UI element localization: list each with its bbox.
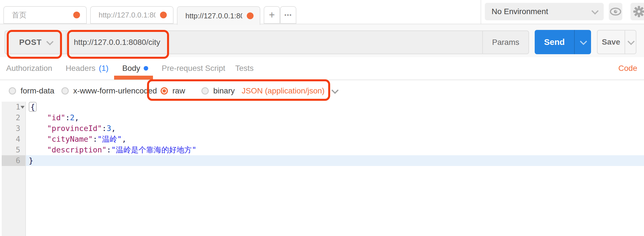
chevron-down-icon (627, 38, 634, 45)
line-number: 2 (2, 112, 25, 123)
save-options-button[interactable] (625, 30, 636, 54)
radio-form-data[interactable]: form-data (9, 80, 54, 102)
token-punc: : (93, 135, 97, 143)
radio-x-www-form-urlencoded[interactable]: x-www-form-urlencoded (61, 80, 157, 102)
token-key: "cityName" (47, 135, 93, 143)
url-builder-row: POST http://127.0.0.1:8080/city Params S… (0, 24, 644, 57)
content-type-select[interactable]: JSON (application/json) (242, 80, 337, 102)
gear-icon (633, 5, 644, 18)
token-punc (29, 145, 47, 154)
tab-pre-request-label: Pre-request Script (162, 64, 225, 73)
tab-headers-label: Headers (66, 64, 96, 73)
body-editor[interactable]: 123456 { "id":2, "provinceId":3, "cityNa… (0, 102, 644, 236)
token-key: "description" (47, 145, 106, 154)
tab-authorization[interactable]: Authorization (6, 57, 52, 80)
plus-icon: + (269, 10, 275, 20)
line-number: 4 (2, 134, 25, 145)
tab-request-1[interactable]: http://127.0.0.1:808 (90, 6, 174, 24)
method-select[interactable]: POST (5, 31, 66, 54)
fold-arrow-icon[interactable] (21, 106, 25, 109)
tab-tests[interactable]: Tests (235, 57, 254, 80)
tab-request-1-label: http://127.0.0.1:808 (99, 11, 156, 19)
unsaved-dot-icon (247, 12, 254, 19)
token-punc (29, 113, 47, 122)
radio-raw[interactable]: raw (161, 80, 185, 102)
code-line[interactable]: "provinceId":3, (26, 123, 644, 134)
radio-x-www-form-urlencoded-label: x-www-form-urlencoded (73, 86, 157, 95)
token-punc: : (65, 113, 70, 122)
token-punc (29, 135, 47, 143)
tab-request-2-active[interactable]: http://127.0.0.1:808 (177, 6, 260, 25)
body-type-row: form-data x-www-form-urlencoded raw bina… (0, 80, 644, 102)
line-number: 6 (2, 155, 25, 166)
line-number: 1 (2, 102, 25, 112)
tab-tests-label: Tests (235, 64, 254, 73)
content-type-label: JSON (application/json) (242, 86, 325, 95)
save-button[interactable]: Save (597, 30, 636, 54)
unsaved-dot-icon (73, 12, 80, 18)
tab-home[interactable]: 首页 (3, 6, 87, 24)
url-builder: POST http://127.0.0.1:8080/city Params (5, 30, 529, 54)
tab-authorization-label: Authorization (6, 64, 52, 73)
editor-gutter: 123456 (2, 102, 26, 236)
token-key: "id" (47, 113, 65, 122)
send-options-button[interactable] (575, 30, 591, 54)
method-label: POST (19, 38, 42, 47)
tab-headers[interactable]: Headers (1) (66, 57, 108, 80)
token-punc-boxed: { (29, 102, 37, 112)
tab-home-label: 首页 (12, 10, 69, 20)
tab-request-2-label: http://127.0.0.1:808 (185, 12, 242, 20)
unsaved-dot-icon (160, 12, 167, 18)
code-line[interactable]: { (26, 102, 644, 112)
code-line[interactable]: } (26, 155, 644, 166)
new-tab-button[interactable]: + (264, 6, 280, 24)
tab-pre-request-script[interactable]: Pre-request Script (162, 57, 225, 80)
radio-icon[interactable] (9, 87, 16, 95)
token-punc: , (122, 135, 126, 143)
active-tab-underline (114, 76, 153, 80)
headers-count-badge: (1) (99, 64, 108, 73)
topbar-divider (481, 0, 481, 24)
token-punc: , (111, 124, 116, 133)
tab-body-label: Body (122, 64, 140, 73)
token-punc: } (29, 156, 33, 165)
token-key: "provinceId" (47, 124, 102, 133)
token-num: 3 (106, 124, 111, 133)
send-button[interactable]: Send (535, 30, 591, 54)
environment-preview-button[interactable] (609, 3, 622, 20)
token-str: "温岭" (97, 135, 122, 143)
radio-binary-label: binary (213, 86, 235, 95)
send-label: Send (535, 30, 574, 54)
environment-selector[interactable]: No Environment (485, 3, 604, 20)
token-str: "温岭是个靠海的好地方" (111, 145, 197, 154)
settings-button[interactable] (630, 3, 644, 20)
request-tabs: Authorization Headers (1) Body Pre-reque… (0, 57, 644, 80)
params-button[interactable]: Params (482, 31, 528, 54)
url-input[interactable]: http://127.0.0.1:8080/city (66, 31, 482, 54)
environment-selected-label: No Environment (492, 7, 592, 16)
code-line[interactable]: "description":"温岭是个靠海的好地方" (26, 145, 644, 155)
save-label: Save (598, 30, 625, 54)
token-punc (29, 124, 47, 133)
code-line[interactable]: "id":2, (26, 112, 644, 123)
tab-options-button[interactable]: ••• (280, 6, 296, 24)
chevron-down-icon (591, 7, 598, 14)
radio-icon[interactable] (161, 87, 168, 95)
radio-icon[interactable] (61, 87, 69, 95)
line-number: 5 (2, 145, 25, 155)
tab-bar: 首页 http://127.0.0.1:808 http://127.0.0.1… (0, 0, 644, 24)
code-line[interactable]: "cityName":"温岭", (26, 134, 644, 145)
token-num: 2 (70, 113, 74, 122)
token-punc: : (106, 145, 111, 154)
eye-icon (610, 8, 621, 16)
token-punc: : (102, 124, 106, 133)
radio-icon[interactable] (201, 87, 209, 95)
chevron-down-icon (580, 38, 587, 45)
radio-binary[interactable]: binary (201, 80, 235, 102)
radio-form-data-label: form-data (21, 86, 54, 95)
code-link[interactable]: Code (618, 57, 637, 80)
editor-code[interactable]: { "id":2, "provinceId":3, "cityName":"温岭… (26, 102, 644, 236)
chevron-down-icon (332, 87, 339, 94)
chevron-down-icon (46, 38, 54, 45)
line-number: 3 (2, 123, 25, 134)
